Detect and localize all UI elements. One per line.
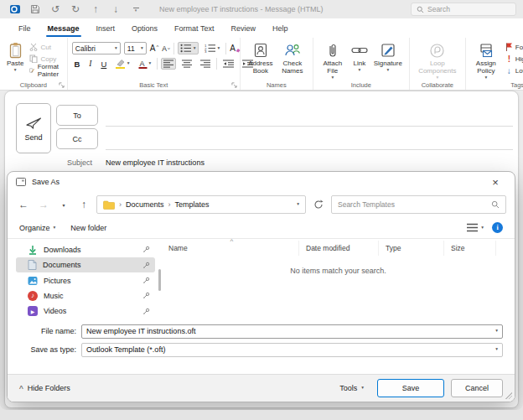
move-down-icon[interactable]: ↓ bbox=[107, 2, 124, 17]
cut-button[interactable]: Cut bbox=[29, 42, 62, 52]
ribbon: Paste ▾ Cut Copy Format Painter Clipboar… bbox=[0, 38, 523, 91]
breadcrumb-separator: › bbox=[168, 200, 171, 209]
save-type-caret[interactable]: ▾ bbox=[495, 347, 498, 352]
videos-icon: ▶ bbox=[28, 306, 38, 316]
decrease-indent-button[interactable] bbox=[220, 58, 236, 70]
check-names-button[interactable]: Check Names bbox=[277, 40, 308, 75]
redo-icon[interactable]: ↻ bbox=[67, 2, 84, 17]
column-name[interactable]: ^ Name bbox=[162, 241, 299, 256]
send-button[interactable]: Send bbox=[16, 103, 51, 153]
file-name-field[interactable]: ▾ bbox=[81, 324, 503, 339]
address-book-button[interactable]: Address Book bbox=[245, 40, 277, 75]
align-left-button[interactable] bbox=[161, 58, 176, 70]
tab-file[interactable]: File bbox=[10, 18, 39, 38]
dialog-icon bbox=[16, 178, 26, 186]
titlebar-search-input[interactable] bbox=[427, 5, 495, 13]
clear-formatting-button[interactable]: A bbox=[230, 44, 241, 53]
align-center-button[interactable] bbox=[179, 58, 194, 70]
sidebar-item-documents[interactable]: Documents bbox=[16, 257, 155, 272]
info-icon[interactable]: i bbox=[492, 222, 503, 233]
cc-button[interactable]: Cc bbox=[56, 128, 98, 149]
sidebar-item-pictures[interactable]: Pictures bbox=[16, 273, 155, 288]
numbering-button[interactable]: 123 ▾ bbox=[202, 42, 223, 54]
move-up-icon[interactable]: ↑ bbox=[87, 2, 104, 17]
outlook-message-window: ↺ ↻ ↑ ↓ ▾ New employee IT instructions -… bbox=[0, 0, 523, 410]
back-icon[interactable]: ← bbox=[16, 197, 31, 212]
refresh-icon[interactable] bbox=[311, 197, 326, 212]
tab-format-text[interactable]: Format Text bbox=[166, 18, 222, 38]
dialog-search-input[interactable] bbox=[338, 200, 491, 209]
cancel-button[interactable]: Cancel bbox=[451, 379, 503, 397]
dialog-search[interactable] bbox=[331, 195, 506, 214]
save-button[interactable]: Save bbox=[377, 379, 444, 397]
file-name-caret[interactable]: ▾ bbox=[495, 329, 498, 334]
sidebar-item-music[interactable]: ♪ Music bbox=[16, 288, 155, 303]
copy-label: Copy bbox=[40, 55, 56, 63]
clipboard-dialog-launcher-icon[interactable] bbox=[59, 82, 65, 88]
new-folder-button[interactable]: New folder bbox=[70, 224, 106, 232]
to-button[interactable]: To bbox=[56, 105, 98, 126]
customize-quick-access-icon[interactable]: ▾ bbox=[127, 2, 144, 17]
attach-file-button[interactable]: Attach File ▾ bbox=[318, 40, 348, 81]
save-type-value[interactable] bbox=[86, 345, 495, 354]
recent-locations-icon[interactable]: ▾ bbox=[56, 197, 71, 212]
tab-help[interactable]: Help bbox=[264, 18, 297, 38]
align-right-button[interactable] bbox=[198, 58, 213, 70]
font-size-combo[interactable]: 11 ▾ bbox=[124, 42, 147, 54]
outlook-app-icon bbox=[7, 2, 23, 17]
tab-insert[interactable]: Insert bbox=[88, 18, 124, 38]
link-button[interactable]: Link ▾ bbox=[348, 40, 371, 74]
undo-icon[interactable]: ↺ bbox=[47, 2, 64, 17]
breadcrumb-documents[interactable]: Documents bbox=[126, 200, 164, 209]
organize-button[interactable]: Organize ▾ bbox=[19, 224, 55, 232]
bullets-button[interactable]: ▾ bbox=[178, 42, 199, 54]
column-date-modified[interactable]: Date modified bbox=[299, 241, 379, 256]
paste-button[interactable]: Paste ▾ bbox=[4, 40, 26, 74]
signature-button[interactable]: Signature ▾ bbox=[371, 40, 405, 74]
to-field[interactable] bbox=[106, 126, 513, 127]
address-bar[interactable]: › Documents › Templates ▾ bbox=[96, 195, 306, 214]
italic-button[interactable]: I bbox=[85, 60, 96, 68]
resize-grip[interactable] bbox=[505, 392, 512, 399]
sidebar-item-downloads[interactable]: Downloads bbox=[16, 242, 155, 257]
address-bar-caret[interactable]: ▾ bbox=[297, 202, 299, 207]
font-color-button[interactable]: A ▾ bbox=[136, 57, 154, 70]
loop-components-button[interactable]: Loop Components ▾ bbox=[414, 40, 461, 81]
subject-value[interactable]: New employee IT instructions bbox=[106, 158, 205, 167]
tab-options[interactable]: Options bbox=[123, 18, 166, 38]
underline-button[interactable]: U bbox=[99, 60, 109, 69]
column-size[interactable]: Size bbox=[444, 241, 496, 256]
sidebar-item-videos[interactable]: ▶ Videos bbox=[16, 304, 155, 319]
basic-text-dialog-launcher-icon[interactable] bbox=[231, 82, 237, 88]
follow-up-button[interactable]: Follow Up bbox=[505, 42, 523, 52]
titlebar-search[interactable] bbox=[411, 3, 516, 16]
assign-policy-button[interactable]: Assign Policy ▾ bbox=[470, 40, 502, 81]
ribbon-tabs: File Message Insert Options Format Text … bbox=[0, 18, 523, 38]
up-icon[interactable]: ↑ bbox=[76, 197, 91, 212]
close-icon[interactable]: × bbox=[484, 174, 506, 189]
assign-policy-caret: ▾ bbox=[484, 75, 487, 80]
breadcrumb-templates[interactable]: Templates bbox=[175, 200, 210, 209]
format-painter-button[interactable]: Format Painter bbox=[29, 65, 62, 75]
include-group-label: Include bbox=[313, 81, 409, 89]
forward-icon[interactable]: → bbox=[36, 197, 51, 212]
save-type-dropdown[interactable]: ▾ bbox=[81, 343, 503, 357]
low-importance-button[interactable]: ↓ Low Importance bbox=[505, 65, 523, 75]
tab-message[interactable]: Message bbox=[39, 18, 88, 38]
column-type[interactable]: Type bbox=[379, 241, 444, 256]
tools-button[interactable]: Tools ▾ bbox=[339, 384, 364, 392]
cc-field[interactable] bbox=[106, 149, 513, 150]
bold-button[interactable]: B bbox=[72, 60, 82, 69]
highlight-color-button[interactable]: ▾ bbox=[112, 57, 132, 70]
font-name-combo[interactable]: Calibri ▾ bbox=[72, 42, 121, 54]
hide-folders-button[interactable]: ^ Hide Folders bbox=[19, 384, 70, 393]
grow-font-button[interactable]: A^ bbox=[150, 44, 159, 53]
change-view-button[interactable]: ▾ bbox=[467, 223, 484, 232]
link-icon bbox=[351, 41, 368, 60]
high-importance-button[interactable]: ! High Importance bbox=[505, 54, 523, 64]
save-icon[interactable] bbox=[27, 2, 44, 17]
low-importance-icon: ↓ bbox=[505, 66, 513, 75]
tab-review[interactable]: Review bbox=[222, 18, 264, 38]
file-name-input[interactable] bbox=[86, 327, 495, 335]
shrink-font-button[interactable]: A^ bbox=[162, 44, 170, 53]
